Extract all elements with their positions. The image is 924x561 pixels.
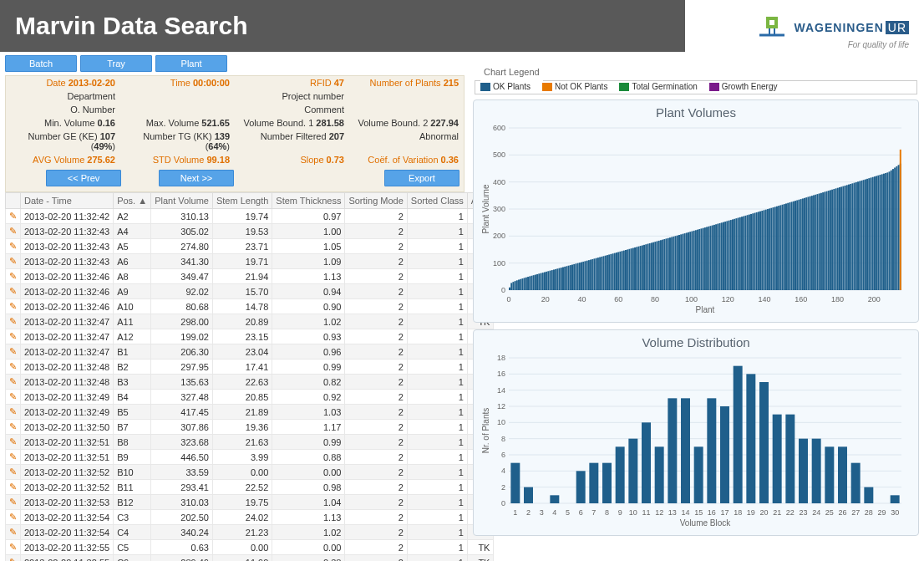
svg-rect-60 <box>590 260 591 290</box>
edit-icon[interactable]: ✎ <box>6 405 21 420</box>
cell-pv: 297.95 <box>151 360 213 375</box>
col-stemthickness[interactable]: Stem Thickness <box>272 193 345 209</box>
svg-rect-74 <box>616 252 617 290</box>
plant-button[interactable]: Plant <box>155 55 227 72</box>
edit-icon[interactable]: ✎ <box>6 450 21 465</box>
table-row[interactable]: ✎2013-02-20 11:32:54C4340.2421.231.0221T… <box>6 525 494 540</box>
table-row[interactable]: ✎2013-02-20 11:32:46A992.0215.700.9421TK <box>6 284 494 299</box>
table-row[interactable]: ✎2013-02-20 11:32:46A8349.4721.941.1321T… <box>6 269 494 284</box>
table-row[interactable]: ✎2013-02-20 11:32:53B12310.0319.751.0421… <box>6 495 494 510</box>
table-row[interactable]: ✎2013-02-20 11:32:43A4305.0219.531.0021T… <box>6 224 494 239</box>
svg-rect-224 <box>892 169 894 290</box>
svg-rect-56 <box>582 262 584 290</box>
svg-rect-105 <box>673 237 674 290</box>
table-row[interactable]: ✎2013-02-20 11:32:52B1033.590.000.0021TK <box>6 465 494 480</box>
edit-icon[interactable]: ✎ <box>6 420 21 435</box>
col-sortedclass[interactable]: Sorted Class <box>407 193 467 209</box>
col-plantvolume[interactable]: Plant Volume <box>151 193 213 209</box>
svg-text:4: 4 <box>501 467 505 476</box>
edit-icon[interactable]: ✎ <box>6 360 21 375</box>
table-row[interactable]: ✎2013-02-20 11:32:47A11298.0020.891.0221… <box>6 314 494 329</box>
svg-text:12: 12 <box>497 402 505 411</box>
svg-rect-171 <box>795 201 796 290</box>
table-row[interactable]: ✎2013-02-20 11:32:43A5274.8023.711.0521T… <box>6 239 494 254</box>
svg-rect-289 <box>681 399 690 504</box>
batch-button[interactable]: Batch <box>5 55 77 72</box>
chart2-title: Volume Distribution <box>480 335 911 349</box>
table-row[interactable]: ✎2013-02-20 11:32:46A1080.6814.780.9021T… <box>6 299 494 314</box>
cell-pos: B3 <box>114 375 151 390</box>
cell-st: 0.97 <box>272 209 345 224</box>
cell-pv: 341.30 <box>151 254 213 269</box>
cell-st: 0.99 <box>272 360 345 375</box>
brand-logo: WAGENINGENUR For quality of life <box>758 15 909 49</box>
table-row[interactable]: ✎2013-02-20 11:32:48B3135.6322.630.8221T… <box>6 375 494 390</box>
table-row[interactable]: ✎2013-02-20 11:32:42A2310.1319.740.9721T… <box>6 209 494 224</box>
edit-icon[interactable]: ✎ <box>6 254 21 269</box>
table-row[interactable]: ✎2013-02-20 11:32:50B7307.8619.361.1721T… <box>6 420 494 435</box>
edit-icon[interactable]: ✎ <box>6 269 21 284</box>
edit-icon[interactable]: ✎ <box>6 525 21 540</box>
svg-rect-215 <box>876 176 877 291</box>
edit-icon[interactable]: ✎ <box>6 435 21 450</box>
vb2-value: 227.94 <box>430 118 459 128</box>
table-row[interactable]: ✎2013-02-20 11:32:54C3202.5024.021.1321T… <box>6 510 494 525</box>
cell-datetime: 2013-02-20 11:32:43 <box>21 224 114 239</box>
edit-icon[interactable]: ✎ <box>6 480 21 495</box>
edit-icon[interactable]: ✎ <box>6 314 21 329</box>
edit-icon[interactable]: ✎ <box>6 540 21 555</box>
edit-icon[interactable]: ✎ <box>6 299 21 314</box>
table-row[interactable]: ✎2013-02-20 11:32:51B8323.6821.630.9921T… <box>6 435 494 450</box>
table-row[interactable]: ✎2013-02-20 11:32:48B2297.9517.410.9921T… <box>6 360 494 375</box>
table-row[interactable]: ✎2013-02-20 11:32:52B11293.4122.520.9821… <box>6 480 494 495</box>
tray-button[interactable]: Tray <box>80 55 152 72</box>
table-row[interactable]: ✎2013-02-20 11:32:47A12199.0223.150.9321… <box>6 329 494 344</box>
cell-sm: 2 <box>345 555 407 562</box>
svg-rect-113 <box>688 232 689 290</box>
table-row[interactable]: ✎2013-02-20 11:32:49B4327.4820.850.9221T… <box>6 390 494 405</box>
edit-icon[interactable]: ✎ <box>6 465 21 480</box>
cell-pos: A6 <box>114 254 151 269</box>
cell-st: 0.90 <box>272 299 345 314</box>
svg-text:16: 16 <box>708 508 716 517</box>
edit-icon[interactable]: ✎ <box>6 555 21 562</box>
edit-icon[interactable]: ✎ <box>6 510 21 525</box>
edit-icon[interactable]: ✎ <box>6 344 21 360</box>
stdvol-value: 99.18 <box>206 155 230 165</box>
svg-rect-106 <box>675 237 677 291</box>
edit-icon[interactable]: ✎ <box>6 224 21 239</box>
svg-rect-219 <box>883 174 885 290</box>
cell-st: 0.00 <box>272 540 345 555</box>
table-row[interactable]: ✎2013-02-20 11:32:51B9446.503.990.8821TK <box>6 450 494 465</box>
col-datetime[interactable]: Date - Time <box>21 193 114 209</box>
svg-rect-16 <box>509 288 510 290</box>
cell-pv: 310.03 <box>151 495 213 510</box>
col-stemlength[interactable]: Stem Length <box>212 193 272 209</box>
ge-label: Number GE (KE) <box>28 131 97 141</box>
svg-text:21: 21 <box>773 508 781 517</box>
svg-rect-48 <box>568 266 570 290</box>
prev-button[interactable]: << Prev <box>46 170 121 186</box>
svg-rect-98 <box>660 241 662 291</box>
cell-sl: 0.00 <box>212 465 272 480</box>
svg-rect-36 <box>546 272 547 290</box>
table-row[interactable]: ✎2013-02-20 11:32:43A6341.3019.711.0921T… <box>6 254 494 269</box>
edit-icon[interactable]: ✎ <box>6 375 21 390</box>
table-row[interactable]: ✎2013-02-20 11:32:55C50.630.000.0021TK <box>6 540 494 555</box>
onumber-label: O. Number <box>6 103 120 116</box>
cell-sl: 24.02 <box>212 510 272 525</box>
table-row[interactable]: ✎2013-02-20 11:32:55C6289.4611.900.3821T… <box>6 555 494 562</box>
edit-icon[interactable]: ✎ <box>6 209 21 224</box>
col-pos[interactable]: Pos. ▲ <box>114 193 151 209</box>
edit-icon[interactable]: ✎ <box>6 390 21 405</box>
export-button[interactable]: Export <box>384 170 459 186</box>
svg-text:17: 17 <box>720 508 729 517</box>
edit-icon[interactable]: ✎ <box>6 239 21 254</box>
table-row[interactable]: ✎2013-02-20 11:32:49B5417.4521.891.0321T… <box>6 405 494 420</box>
col-sortingmode[interactable]: Sorting Mode <box>345 193 407 209</box>
edit-icon[interactable]: ✎ <box>6 495 21 510</box>
next-button[interactable]: Next >> <box>159 170 234 186</box>
table-row[interactable]: ✎2013-02-20 11:32:47B1206.3023.040.9621T… <box>6 344 494 360</box>
edit-icon[interactable]: ✎ <box>6 284 21 299</box>
edit-icon[interactable]: ✎ <box>6 329 21 344</box>
